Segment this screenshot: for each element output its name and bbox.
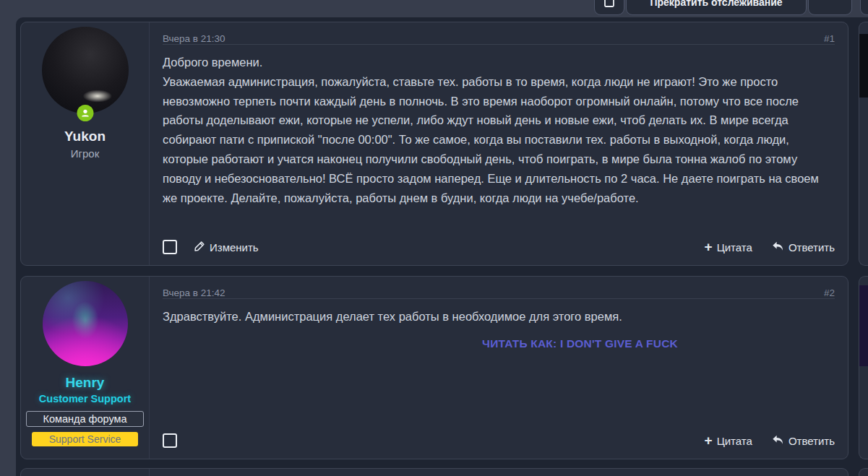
post-content-area bbox=[150, 469, 848, 476]
adjacent-post-fragment bbox=[859, 276, 868, 459]
post-content-area: Вчера в 21:30 #1 Доброго времени. Уважае… bbox=[150, 22, 848, 265]
post-content-area: Вчера в 21:42 #2 Здравствуйте. Администр… bbox=[150, 277, 848, 459]
post-paragraph: Здравствуйте. Администрация делает тех р… bbox=[163, 307, 835, 326]
topbar-extra-button[interactable] bbox=[808, 0, 852, 15]
reply-label: Ответить bbox=[788, 241, 835, 254]
reply-icon bbox=[771, 241, 784, 254]
post-paragraph: Доброго времени. bbox=[163, 53, 835, 72]
post-number[interactable]: #2 bbox=[824, 287, 835, 298]
post-number[interactable]: #1 bbox=[824, 33, 835, 44]
support-service-badge: Support Service bbox=[32, 432, 138, 446]
pencil-icon bbox=[194, 241, 205, 254]
adjacent-post-fragment bbox=[859, 468, 868, 476]
quote-label: Цитата bbox=[717, 241, 752, 254]
avatar[interactable] bbox=[43, 281, 128, 366]
post-card-partial bbox=[20, 468, 848, 476]
select-post-checkbox[interactable] bbox=[163, 240, 177, 254]
select-post-checkbox[interactable] bbox=[163, 433, 177, 448]
adjacent-post-fragment bbox=[859, 22, 868, 266]
post-action-bar: + Цитата Ответить bbox=[163, 433, 835, 448]
quote-button[interactable]: + Цитата bbox=[705, 434, 752, 448]
author-title: Customer Support bbox=[21, 393, 149, 404]
post-date[interactable]: Вчера в 21:42 bbox=[163, 287, 225, 298]
post-header: Вчера в 21:30 #1 bbox=[163, 22, 835, 45]
quote-label: Цитата bbox=[717, 435, 752, 447]
author-name[interactable]: Yukon bbox=[21, 129, 149, 144]
stop-following-button[interactable]: Прекратить отслеживание bbox=[626, 0, 807, 15]
post-header: Вчера в 21:42 #2 bbox=[163, 277, 835, 299]
post-card: Yukon Игрок Вчера в 21:30 #1 Доброго вре… bbox=[20, 22, 848, 266]
author-role: Игрок bbox=[21, 147, 149, 160]
edit-label: Изменить bbox=[210, 241, 259, 254]
post-author-panel: Yukon Игрок bbox=[21, 22, 150, 265]
post-body: Здравствуйте. Администрация делает тех р… bbox=[163, 299, 835, 350]
person-icon bbox=[80, 108, 90, 118]
stop-following-label: Прекратить отслеживание bbox=[650, 0, 782, 8]
bookmark-icon bbox=[603, 0, 616, 9]
post-date[interactable]: Вчера в 21:30 bbox=[163, 33, 225, 44]
online-status-badge bbox=[77, 105, 93, 121]
watch-thread-icon-button[interactable] bbox=[594, 0, 624, 15]
adjacent-avatar-fragment bbox=[859, 285, 868, 366]
edit-button[interactable]: Изменить bbox=[194, 241, 259, 254]
reply-icon bbox=[771, 434, 784, 448]
adjacent-avatar-fragment bbox=[859, 34, 868, 98]
quote-button[interactable]: + Цитата bbox=[705, 241, 752, 254]
avatar[interactable] bbox=[42, 27, 129, 113]
reply-label: Ответить bbox=[788, 435, 835, 447]
topbar-fragment-button bbox=[860, 0, 868, 15]
plus-icon: + bbox=[705, 436, 713, 446]
post-author-panel bbox=[21, 469, 150, 476]
post-author-panel: Henry Customer Support Команда форума Su… bbox=[21, 277, 150, 459]
post-action-bar: Изменить + Цитата Ответить bbox=[163, 240, 835, 254]
post-paragraph: Уважаемая администрация, пожалуйста, ста… bbox=[163, 72, 835, 208]
forum-team-badge: Команда форума bbox=[26, 411, 144, 427]
highlight-text: ЧИТАТЬ КАК: I DON'T GIVE A FUCK bbox=[163, 337, 835, 350]
reply-button[interactable]: Ответить bbox=[771, 241, 835, 254]
plus-icon: + bbox=[705, 242, 713, 252]
post-body: Доброго времени. Уважаемая администрация… bbox=[163, 45, 835, 207]
reply-button[interactable]: Ответить bbox=[771, 434, 835, 448]
author-name[interactable]: Henry bbox=[21, 375, 149, 391]
post-card: Henry Customer Support Команда форума Su… bbox=[20, 276, 848, 459]
